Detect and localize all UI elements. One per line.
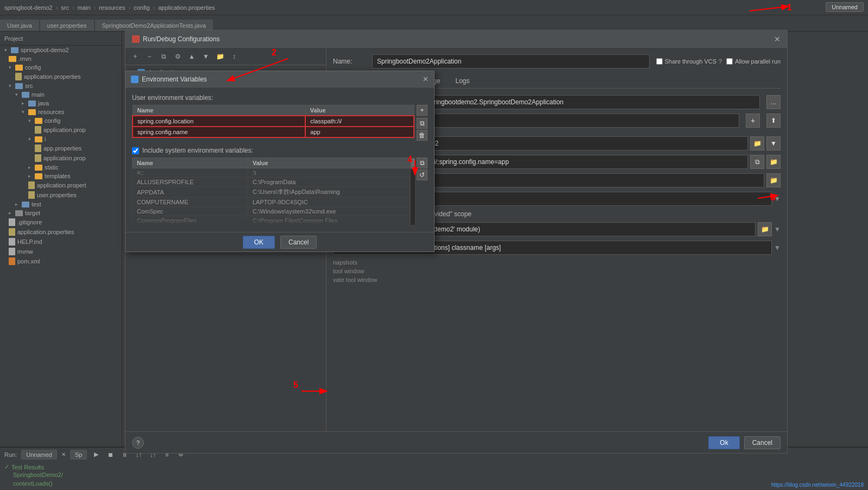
env-dialog-close-btn[interactable]: ✕ bbox=[423, 75, 429, 83]
tree-templates[interactable]: templates bbox=[0, 172, 122, 180]
main-class-input[interactable] bbox=[405, 95, 760, 109]
bread-src: src bbox=[61, 4, 69, 11]
tree-user-props[interactable]: user.properties bbox=[0, 190, 122, 200]
tree-main[interactable]: main bbox=[0, 90, 122, 99]
tree-target[interactable]: target bbox=[0, 209, 122, 217]
sys-r1-name: =:: bbox=[133, 168, 248, 178]
shorten-arrow: ▼ bbox=[774, 244, 781, 252]
env-row-1[interactable]: spring.config.location classpath:/i/ bbox=[133, 116, 414, 127]
run-stop-btn[interactable]: ⏹ bbox=[105, 450, 115, 460]
env-copy-btn[interactable]: ⧉ bbox=[417, 118, 427, 129]
pomxml-icon bbox=[9, 257, 15, 265]
test-results-header: ✓ Test Results bbox=[4, 463, 864, 470]
env-add-btn[interactable]: + bbox=[417, 105, 427, 116]
run-tab-unnamed[interactable]: Unnamed bbox=[21, 450, 57, 460]
chevron-main bbox=[15, 92, 20, 97]
tree-config2[interactable]: config bbox=[0, 116, 122, 125]
working-dir-folder-btn[interactable]: 📁 bbox=[750, 136, 764, 150]
test-item-2[interactable]: contextLoads() bbox=[4, 479, 864, 488]
helpmd-icon bbox=[9, 238, 15, 246]
test-item-1[interactable]: SpringbootDemo2/ bbox=[4, 470, 864, 479]
tab-user-java[interactable]: User.java bbox=[0, 20, 39, 31]
chevron-java bbox=[22, 100, 26, 106]
tree-app-prop2[interactable]: application.prop bbox=[0, 125, 122, 135]
vm-options-expand-btn[interactable]: ⬆ bbox=[766, 114, 781, 128]
help-btn[interactable]: ? bbox=[132, 437, 144, 449]
chevron-test bbox=[15, 202, 20, 207]
env-cancel-btn[interactable]: Cancel bbox=[280, 236, 317, 249]
toolbar-remove-btn[interactable]: − bbox=[144, 51, 155, 62]
tree-i-folder[interactable]: i bbox=[0, 135, 122, 143]
tree-app-file1[interactable]: app.properties bbox=[0, 143, 122, 153]
tree-app-root-props[interactable]: application.propert bbox=[0, 180, 122, 190]
sys-refresh-btn[interactable]: ↺ bbox=[417, 169, 427, 180]
name-label: Name: bbox=[333, 58, 366, 65]
tree-app-props[interactable]: application.properties bbox=[0, 72, 122, 81]
tree-app-file2[interactable]: application.prop bbox=[0, 153, 122, 163]
run-play-btn[interactable]: ▶ bbox=[91, 450, 101, 460]
dialog-ok-btn[interactable]: Ok bbox=[708, 436, 739, 449]
tree-static[interactable]: static bbox=[0, 163, 122, 172]
footer-right: Ok Cancel bbox=[708, 436, 781, 449]
sys-row-4: COMPUTERNAME LAPTOP-9DC4SQIC bbox=[133, 198, 410, 207]
tree-java[interactable]: java bbox=[0, 99, 122, 108]
user-env-table: Name Value spring.config.location classp… bbox=[132, 105, 414, 138]
toolbar-folder-btn[interactable]: 📁 bbox=[215, 51, 225, 62]
sys-row-6: CommonProgramFiles C:\Program Files\Comm… bbox=[133, 216, 410, 225]
dialog-close-btn[interactable]: ✕ bbox=[774, 35, 781, 43]
scrollbar[interactable] bbox=[410, 158, 416, 225]
snapshots-label: napshots bbox=[333, 259, 781, 266]
sys-row-1: =:: :\ bbox=[133, 168, 410, 178]
jre-folder-btn[interactable]: 📁 bbox=[758, 222, 772, 236]
tree-resources[interactable]: resources bbox=[0, 108, 122, 116]
bread-config: config bbox=[134, 4, 149, 11]
env-ok-btn[interactable]: OK bbox=[243, 236, 275, 249]
run-tab-x[interactable]: ✕ bbox=[61, 451, 66, 457]
toolbar-add-btn[interactable]: + bbox=[130, 51, 141, 62]
tab-user-props[interactable]: user.properties bbox=[40, 20, 94, 31]
env-row-2[interactable]: spring.config.name app bbox=[133, 127, 414, 137]
working-dir-macro-btn[interactable]: ▼ bbox=[766, 136, 781, 150]
tab-logs[interactable]: Logs bbox=[448, 75, 477, 88]
tree-app-main-props[interactable]: application.properties bbox=[0, 227, 122, 237]
share-vcs-checkbox[interactable] bbox=[656, 58, 663, 65]
tree-mvnw[interactable]: mvnw bbox=[0, 247, 122, 256]
vm-options-input[interactable] bbox=[405, 114, 739, 128]
env-delete-btn[interactable]: 🗑 bbox=[417, 130, 427, 141]
toolbar-sort-btn[interactable]: ↕ bbox=[229, 51, 240, 62]
env-vars-copy-btn[interactable]: ⧉ bbox=[750, 155, 764, 169]
include-sys-checkbox[interactable] bbox=[132, 147, 139, 154]
tree-app-file2-label: application.prop bbox=[43, 155, 86, 161]
tree-mvn[interactable]: .mvn bbox=[0, 54, 122, 63]
allow-parallel-checkbox[interactable] bbox=[726, 58, 733, 65]
tree-helpmd[interactable]: HELP.md bbox=[0, 237, 122, 247]
env-row-2-value: app bbox=[305, 127, 414, 137]
tree-app-props-label: application.properties bbox=[24, 73, 81, 80]
main-class-dots-btn[interactable]: … bbox=[766, 95, 781, 109]
tree-test[interactable]: test bbox=[0, 200, 122, 209]
sys-copy-btn[interactable]: ⧉ bbox=[417, 158, 427, 168]
tree-src[interactable]: src bbox=[0, 81, 122, 90]
tree-pomxml[interactable]: pom.xml bbox=[0, 256, 122, 266]
toolbar-up-btn[interactable]: ▲ bbox=[186, 51, 197, 62]
env-vars-folder-btn[interactable]: 📁 bbox=[766, 155, 781, 169]
toolbar-down-btn[interactable]: ▼ bbox=[200, 51, 211, 62]
tree-gitignore[interactable]: .gitignore bbox=[0, 217, 122, 227]
extra-folder-btn[interactable]: 📁 bbox=[766, 173, 781, 187]
dialog-cancel-btn[interactable]: Cancel bbox=[744, 436, 781, 449]
user-env-label: User environment variables: bbox=[132, 94, 427, 102]
toolbar-copy-btn[interactable]: ⧉ bbox=[158, 51, 169, 62]
name-input[interactable] bbox=[372, 54, 650, 68]
tree-root[interactable]: springboot-demo2 bbox=[0, 46, 122, 54]
run-tab-sp[interactable]: Sp bbox=[70, 450, 87, 460]
unnamed-btn[interactable]: Unnamed bbox=[826, 2, 864, 12]
toolbar-settings-btn[interactable]: ⚙ bbox=[172, 51, 183, 62]
tree-config[interactable]: config bbox=[0, 63, 122, 72]
chevron-static bbox=[28, 165, 33, 170]
chevron-config bbox=[9, 65, 13, 70]
vm-options-plus-btn[interactable]: + bbox=[746, 114, 760, 128]
bread-resources: resources bbox=[99, 4, 125, 11]
allow-parallel-label: Allow parallel run bbox=[726, 58, 781, 65]
tab-app-tests[interactable]: SpringbootDemo2ApplicationTests.java bbox=[95, 20, 213, 31]
tree-resources-label: resources bbox=[38, 109, 64, 115]
